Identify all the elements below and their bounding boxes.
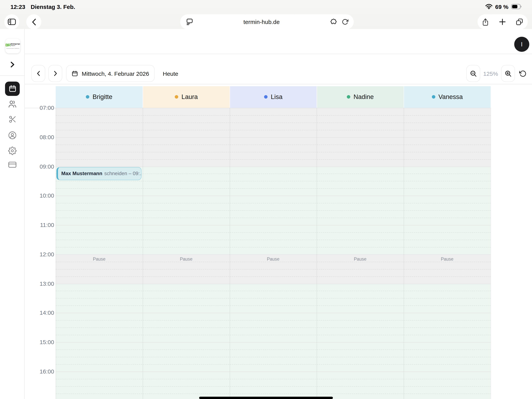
magnifier-plus-icon bbox=[505, 70, 511, 77]
quarter-hour-line bbox=[56, 393, 491, 394]
avatar-letter: I bbox=[521, 41, 523, 48]
date-picker-button[interactable]: Mittwoch, 4. Februar 2026 bbox=[66, 65, 155, 82]
staff-color-dot bbox=[432, 95, 435, 99]
time-label: 08:00 bbox=[25, 134, 54, 140]
sidebar-item-calendar[interactable] bbox=[5, 82, 20, 96]
quarter-hour-line bbox=[56, 130, 491, 130]
next-day-button[interactable] bbox=[48, 65, 62, 82]
browser-actions bbox=[477, 14, 528, 29]
prev-day-button[interactable] bbox=[31, 65, 45, 82]
quarter-hour-line bbox=[56, 240, 491, 240]
column-divider bbox=[143, 108, 143, 399]
new-tab-icon[interactable] bbox=[499, 19, 506, 25]
url-text: termin-hub.de bbox=[193, 19, 330, 25]
calendar-top-border bbox=[25, 84, 532, 84]
gear-icon bbox=[8, 146, 17, 155]
quarter-hour-line bbox=[56, 349, 491, 350]
rotate-ccw-icon bbox=[519, 70, 526, 77]
sidebar-item-services[interactable] bbox=[8, 115, 17, 123]
quarter-hour-line bbox=[56, 218, 491, 218]
today-label: Heute bbox=[163, 70, 178, 77]
today-button[interactable]: Heute bbox=[158, 65, 183, 82]
quarter-hour-line bbox=[56, 357, 491, 357]
chevron-right-icon bbox=[10, 62, 15, 68]
column-divider bbox=[491, 108, 491, 399]
quarter-hour-line bbox=[56, 298, 491, 299]
pause-label: Pause bbox=[404, 254, 491, 261]
reset-zoom-button[interactable] bbox=[515, 65, 530, 82]
tabs-icon[interactable] bbox=[516, 18, 523, 25]
hour-line bbox=[56, 284, 491, 284]
hour-line bbox=[56, 196, 491, 196]
reload-icon[interactable] bbox=[342, 19, 348, 25]
time-label: 14:00 bbox=[25, 310, 54, 316]
staff-color-dot bbox=[264, 95, 268, 99]
quarter-hour-line bbox=[56, 379, 491, 379]
page-settings-icon[interactable] bbox=[186, 19, 193, 25]
app-logo[interactable]: BR Bewegungs Raum Physiotherapie Gladbec… bbox=[6, 39, 20, 53]
sidebar-item-billing[interactable] bbox=[8, 160, 17, 169]
staff-name: Nadine bbox=[354, 93, 374, 101]
calendar-small-icon bbox=[72, 70, 78, 77]
sidebar-expand-button[interactable] bbox=[8, 60, 17, 69]
calendar-icon bbox=[8, 85, 16, 93]
quarter-hour-line bbox=[56, 152, 491, 152]
quarter-hour-line bbox=[56, 269, 491, 269]
quarter-hour-line bbox=[56, 291, 491, 291]
zoom-level: 125% bbox=[480, 65, 501, 82]
appointment-details: schneiden – 09:… bbox=[104, 171, 141, 177]
status-date: Dienstag 3. Feb. bbox=[31, 3, 75, 10]
staff-color-dot bbox=[347, 95, 350, 99]
staff-header-brigitte[interactable]: Brigitte bbox=[56, 86, 143, 108]
column-divider bbox=[404, 108, 404, 399]
time-label: 15:00 bbox=[25, 339, 54, 345]
time-label: 10:00 bbox=[25, 192, 54, 199]
hour-line bbox=[56, 313, 491, 313]
home-indicator[interactable] bbox=[199, 397, 333, 399]
user-avatar[interactable]: I bbox=[514, 37, 529, 52]
app-header-border bbox=[25, 54, 532, 54]
status-time: 12:23 bbox=[10, 3, 25, 10]
time-label: 17:00 bbox=[25, 397, 54, 399]
quarter-hour-line bbox=[56, 276, 491, 277]
quarter-hour-line bbox=[56, 232, 491, 233]
quarter-hour-line bbox=[56, 306, 491, 306]
zoom-in-button[interactable] bbox=[501, 65, 515, 82]
address-bar[interactable]: termin-hub.de bbox=[180, 14, 354, 29]
quarter-hour-line bbox=[56, 262, 491, 262]
hour-line bbox=[25, 108, 491, 108]
sidebar-item-clients[interactable] bbox=[8, 100, 17, 108]
zoom-level-text: 125% bbox=[483, 70, 498, 77]
time-label: 13:00 bbox=[25, 280, 54, 287]
battery-icon bbox=[511, 4, 522, 9]
sidebar-divider bbox=[0, 75, 25, 76]
quarter-hour-line bbox=[56, 247, 491, 247]
staff-header-nadine[interactable]: Nadine bbox=[317, 86, 404, 108]
sidebar-item-settings[interactable] bbox=[8, 146, 17, 155]
staff-header-lisa[interactable]: Lisa bbox=[230, 86, 317, 108]
sidebar-toggle-button[interactable] bbox=[4, 14, 19, 29]
sidebar-item-profile[interactable] bbox=[8, 131, 17, 139]
staff-name: Vanessa bbox=[438, 93, 463, 101]
staff-name: Laura bbox=[182, 93, 198, 101]
staff-header-vanessa[interactable]: Vanessa bbox=[404, 86, 491, 108]
staff-name: Lisa bbox=[271, 93, 283, 101]
sidebar-toggle-icon bbox=[8, 19, 16, 25]
extensions-icon[interactable] bbox=[330, 19, 337, 25]
quarter-hour-line bbox=[56, 159, 491, 159]
quarter-hour-line bbox=[56, 203, 491, 203]
time-label: 11:00 bbox=[25, 222, 54, 228]
quarter-hour-line bbox=[56, 123, 491, 123]
chevron-right-icon bbox=[54, 71, 57, 76]
quarter-hour-line bbox=[56, 335, 491, 335]
zoom-out-button[interactable] bbox=[466, 65, 480, 82]
appointment-chip[interactable]: Max Mustermannschneiden – 09:… bbox=[56, 167, 141, 180]
staff-header-laura[interactable]: Laura bbox=[143, 86, 230, 108]
quarter-hour-line bbox=[56, 189, 491, 189]
scissors-icon bbox=[8, 115, 16, 123]
pause-label: Pause bbox=[56, 254, 143, 261]
browser-back-button[interactable] bbox=[26, 14, 41, 29]
magnifier-minus-icon bbox=[470, 70, 476, 77]
share-icon[interactable] bbox=[482, 18, 489, 26]
ipad-screen: 12:23 Dienstag 3. Feb. 69 % bbox=[0, 0, 532, 399]
